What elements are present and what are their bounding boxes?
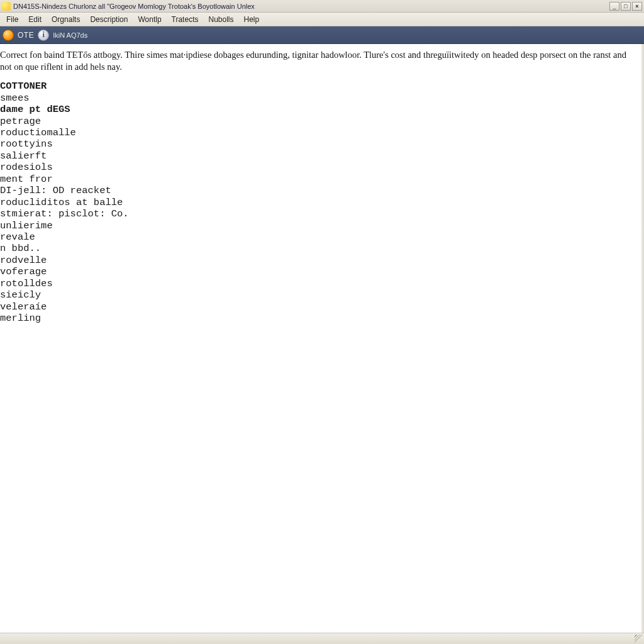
list-line: COTTONER (0, 80, 643, 92)
list-line: rotolldes (0, 278, 643, 289)
list-line: DI-jell: OD reacket (0, 185, 643, 196)
resize-grip-icon[interactable] (635, 635, 643, 643)
menu-wontlp[interactable]: Wontlp (133, 14, 166, 25)
list-line: revale (0, 231, 643, 243)
list-line: rodvelle (0, 255, 643, 266)
infobar-sub-label: IkiN AQ7ds (53, 31, 87, 39)
menubar: File Edit Orgnalts Description Wontlp Tr… (0, 13, 644, 26)
menu-help[interactable]: Help (239, 14, 265, 25)
list-line: veleraíe (0, 301, 643, 313)
list-line: salierft (0, 150, 643, 162)
list-line: sieicly (0, 289, 643, 301)
scrollbar-right[interactable] (641, 44, 644, 633)
list-line: roducliditos at balle (0, 197, 643, 208)
list-line: rodesiols (0, 162, 643, 173)
list-line: stmierat: pisclot: Co. (0, 208, 643, 219)
content-area[interactable]: Correct fon baind TETős attbogy. Thire s… (0, 44, 644, 633)
window-titlebar: DN415S-Nindezs Churlonz all "Grogeov Mom… (0, 0, 644, 13)
window-controls: _ □ × (609, 2, 642, 11)
intro-paragraph: Correct fon baind TETős attbogy. Thire s… (0, 49, 643, 73)
list-line: dame pt dEGS (0, 104, 643, 115)
list-line: unlierime (0, 220, 643, 231)
list-line: merling (0, 313, 643, 324)
list-line: roductiomalle (0, 127, 643, 138)
minimize-button[interactable]: _ (609, 2, 619, 11)
infobar: OTE IkiN AQ7ds (0, 26, 644, 44)
list-line: petrage (0, 116, 643, 127)
list-line: voferage (0, 266, 643, 277)
menu-file[interactable]: File (1, 14, 23, 25)
app-icon (2, 2, 11, 11)
list-line: ment fror (0, 174, 643, 185)
close-button[interactable]: × (632, 2, 642, 11)
menu-edit[interactable]: Edit (23, 14, 47, 25)
list-line: n bbd.. (0, 243, 643, 254)
maximize-button[interactable]: □ (621, 2, 631, 11)
window-title: DN415S-Nindezs Churlonz all "Grogeov Mom… (13, 3, 609, 10)
list-line: smees (0, 92, 643, 104)
info-icon[interactable] (38, 30, 49, 41)
menu-nubolls[interactable]: Nubolls (203, 14, 238, 25)
status-orange-icon (3, 30, 14, 41)
menu-tratects[interactable]: Tratects (167, 14, 204, 25)
menu-description[interactable]: Description (85, 14, 133, 25)
statusbar (0, 633, 644, 644)
menu-orgnalts[interactable]: Orgnalts (47, 14, 85, 25)
infobar-ote-label: OTE (18, 31, 34, 40)
mono-list: COTTONERsmeesdame pt dEGSpetrageroductio… (0, 80, 643, 324)
list-line: roottyins (0, 138, 643, 150)
